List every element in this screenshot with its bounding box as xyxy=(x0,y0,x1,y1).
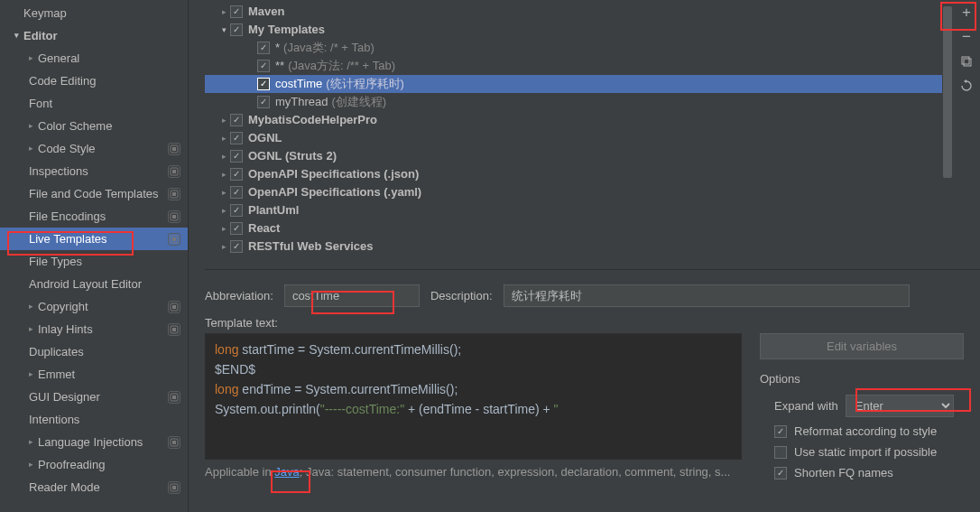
template-checkbox[interactable] xyxy=(257,60,270,72)
add-button[interactable]: + xyxy=(953,0,980,24)
chevron-icon xyxy=(217,238,230,255)
svg-rect-15 xyxy=(172,396,176,399)
project-scope-icon xyxy=(168,165,180,178)
sidebar-item-label: File Encodings xyxy=(29,208,164,225)
shorten-fq-checkbox[interactable] xyxy=(774,467,787,479)
template-tree-row[interactable]: costTime(统计程序耗时) xyxy=(205,75,976,93)
edit-variables-button[interactable]: Edit variables xyxy=(760,333,964,359)
sidebar-item-code-editing[interactable]: Code Editing xyxy=(0,70,188,92)
svg-rect-3 xyxy=(172,170,176,173)
template-tree-row[interactable]: OpenAPI Specifications (.yaml) xyxy=(205,183,976,201)
template-checkbox[interactable] xyxy=(230,23,243,36)
copy-button[interactable] xyxy=(953,49,980,73)
sidebar-item-copyright[interactable]: Copyright xyxy=(0,295,188,318)
sidebar-item-label: Proofreading xyxy=(38,456,180,473)
template-checkbox[interactable] xyxy=(230,5,243,18)
template-checkbox[interactable] xyxy=(230,186,243,199)
chevron-icon xyxy=(217,184,230,200)
template-text-label: Template text: xyxy=(205,316,980,330)
template-tree-row[interactable]: OGNL xyxy=(205,129,976,147)
reformat-checkbox[interactable] xyxy=(774,425,787,438)
shorten-fq-label: Shorten FQ names xyxy=(794,466,893,479)
template-tree-row[interactable]: PlantUml xyxy=(205,201,976,219)
template-label: React xyxy=(248,220,280,237)
sidebar-item-keymap[interactable]: Keymap xyxy=(0,2,188,24)
template-checkbox[interactable] xyxy=(257,42,270,54)
sidebar-item-label: Language Injections xyxy=(38,433,164,451)
sidebar-item-code-style[interactable]: Code Style xyxy=(0,137,188,160)
main-panel: MavenMy Templates*(Java类: /* + Tab)**(Ja… xyxy=(189,0,980,512)
template-tree-row[interactable]: myThread(创建线程) xyxy=(205,93,976,111)
template-tree-row[interactable]: OpenAPI Specifications (.json) xyxy=(205,165,976,183)
template-checkbox[interactable] xyxy=(230,204,243,217)
sidebar-item-language-injections[interactable]: Language Injections xyxy=(0,431,188,453)
applicable-link[interactable]: Java xyxy=(274,465,299,479)
sidebar-item-color-scheme[interactable]: Color Scheme xyxy=(0,115,188,137)
revert-button[interactable] xyxy=(953,73,980,98)
chevron-icon xyxy=(25,321,36,338)
chevron-icon xyxy=(217,202,230,219)
sidebar-item-file-types[interactable]: File Types xyxy=(0,250,188,273)
sidebar-item-label: GUI Designer xyxy=(29,388,164,405)
sidebar-item-proofreading[interactable]: Proofreading xyxy=(0,453,188,476)
template-tree-row[interactable]: **(Java方法: /** + Tab) xyxy=(205,57,976,75)
template-tree-row[interactable]: RESTful Web Services xyxy=(205,237,976,256)
sidebar-item-file-encodings[interactable]: File Encodings xyxy=(0,205,188,228)
template-checkbox[interactable] xyxy=(230,150,243,163)
scrollbar-thumb[interactable] xyxy=(943,6,952,178)
sidebar-item-intentions[interactable]: Intentions xyxy=(0,408,188,431)
template-description: (创建线程) xyxy=(332,94,387,110)
template-description: (统计程序耗时) xyxy=(326,76,404,92)
project-scope-icon xyxy=(168,323,180,336)
svg-rect-19 xyxy=(172,486,176,489)
sidebar-item-duplicates[interactable]: Duplicates xyxy=(0,340,188,363)
template-text-editor[interactable]: long startTime = System.currentTimeMilli… xyxy=(205,333,742,460)
sidebar-item-gui-designer[interactable]: GUI Designer xyxy=(0,386,188,408)
sidebar-item-live-templates[interactable]: Live Templates xyxy=(0,228,188,250)
project-scope-icon xyxy=(168,233,180,246)
template-label: OGNL xyxy=(248,130,282,146)
template-checkbox[interactable] xyxy=(230,114,243,126)
template-checkbox[interactable] xyxy=(257,78,270,90)
template-label: My Templates xyxy=(248,22,325,38)
template-tree-row[interactable]: My Templates xyxy=(205,21,976,39)
expand-with-select[interactable]: Enter xyxy=(846,395,954,417)
template-checkbox[interactable] xyxy=(230,240,243,253)
static-import-checkbox[interactable] xyxy=(774,446,787,459)
sidebar-item-reader-mode[interactable]: Reader Mode xyxy=(0,476,188,498)
sidebar-item-inspections[interactable]: Inspections xyxy=(0,160,188,182)
abbr-input[interactable] xyxy=(284,284,420,307)
project-scope-icon xyxy=(168,436,180,449)
reformat-label: Reformat according to style xyxy=(794,424,937,438)
sidebar-item-file-and-code-templates[interactable]: File and Code Templates xyxy=(0,182,188,205)
sidebar-item-label: Duplicates xyxy=(29,343,180,360)
desc-input[interactable] xyxy=(504,284,910,307)
remove-button[interactable]: − xyxy=(953,24,980,49)
template-tree-row[interactable]: MybatisCodeHelperPro xyxy=(205,111,976,129)
template-tree-row[interactable]: Maven xyxy=(205,3,976,21)
project-scope-icon xyxy=(168,210,180,223)
template-checkbox[interactable] xyxy=(230,222,243,235)
template-tree-row[interactable]: OGNL (Struts 2) xyxy=(205,147,976,165)
template-checkbox[interactable] xyxy=(230,168,243,181)
chevron-icon xyxy=(25,140,36,157)
sidebar-item-android-layout-editor[interactable]: Android Layout Editor xyxy=(0,273,188,295)
chevron-icon xyxy=(25,433,36,451)
expand-with-label: Expand with xyxy=(774,399,838,413)
template-checkbox[interactable] xyxy=(257,96,270,108)
tree-toolbar: + − xyxy=(953,0,980,98)
svg-rect-21 xyxy=(964,59,971,66)
template-tree: MavenMy Templates*(Java类: /* + Tab)**(Ja… xyxy=(205,3,980,270)
template-tree-row[interactable]: React xyxy=(205,219,976,237)
sidebar-item-font[interactable]: Font xyxy=(0,92,188,115)
tree-scrollbar[interactable] xyxy=(942,3,953,269)
sidebar-item-emmet[interactable]: Emmet xyxy=(0,363,188,386)
svg-rect-20 xyxy=(962,57,969,64)
template-tree-row[interactable]: *(Java类: /* + Tab) xyxy=(205,39,976,57)
sidebar-item-general[interactable]: General xyxy=(0,47,188,70)
chevron-icon xyxy=(217,166,230,182)
sidebar-item-editor[interactable]: Editor xyxy=(0,24,188,47)
sidebar-item-inlay-hints[interactable]: Inlay Hints xyxy=(0,318,188,340)
chevron-icon xyxy=(25,456,36,473)
template-checkbox[interactable] xyxy=(230,132,243,144)
